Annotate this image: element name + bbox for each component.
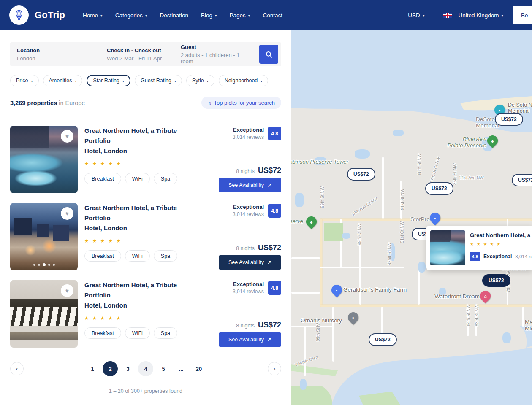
sort-button[interactable]: ↑↓Top picks for your search [201,97,281,109]
favorite-heart-icon[interactable]: ♥ [61,207,73,220]
tag-wifi: WiFi [125,173,150,184]
location-label: Location [17,47,95,54]
price: US$72 [258,166,281,175]
filter-price[interactable]: Price▾ [10,75,39,86]
prev-page-button[interactable]: ‹ [10,362,24,375]
chevron-down-icon: ▾ [261,79,262,83]
filter-style[interactable]: Sytle▾ [186,75,214,86]
filter-guest-rating[interactable]: Guest Rating▾ [135,75,182,86]
tree-pin[interactable]: ♠ [485,133,500,148]
price-row: 8 nights US$72 [236,321,281,329]
chevron-down-icon: ▾ [145,14,147,18]
become-expert-button[interactable]: Be [513,6,532,24]
hotel-card[interactable]: ♥ Great Northern Hotel, a Tribute Portfo… [10,126,281,193]
favorite-heart-icon[interactable]: ♥ [61,130,73,143]
tree-pin[interactable]: ♠ [304,214,319,229]
map-price-pin[interactable]: US$72 [512,174,532,186]
hotel-card[interactable]: ♥ Great Northern Hotel, a Tribute Portfo… [10,203,281,270]
chevron-down-icon: ▾ [31,79,33,83]
rating-block: Exceptional 3,014 reviews 4.8 [233,127,281,140]
hotel-title[interactable]: Great Northern Hotel, a Tribute Portfoli… [84,203,190,233]
poi-pin[interactable]: ▪ [346,310,361,325]
map-price-pin[interactable]: US$72 [347,168,375,181]
nav-item-blog[interactable]: Blog▾ [201,12,217,19]
currency-selector[interactable]: USD▾ [408,12,424,19]
favorite-heart-icon[interactable]: ♥ [61,284,73,297]
map-label: MartMidd [525,319,532,332]
nav-right: USD▾ United Kingdom▾ Be [408,0,532,30]
hotel-photo[interactable]: ♥ [10,203,78,270]
map-price-pin[interactable]: US$72 [369,333,397,346]
cart-pin[interactable]: ▪ [329,283,344,297]
rating-label: Exceptional [233,281,264,287]
shop-pin[interactable]: ▪ [428,211,442,225]
nav-item-contact[interactable]: Contact [263,12,282,19]
next-page-button[interactable]: › [268,362,281,375]
hotel-photo[interactable]: ♥ [10,280,78,348]
filter-star-rating[interactable]: Star Rating▾ [87,75,130,86]
tag-breakfast: Breakfast [84,173,121,184]
map-price-pin[interactable]: US$72 [425,182,453,195]
page-1[interactable]: 1 [85,361,100,376]
brand-logo[interactable]: GoTrip [9,5,65,25]
map-pond [502,332,511,343]
tag-breakfast: Breakfast [84,327,121,339]
hotel-card[interactable]: ♥ Great Northern Hotel, a Tribute Portfo… [10,280,281,348]
see-availability-button[interactable]: See Availability↗ [219,255,281,270]
location-field[interactable]: Location London [10,47,98,62]
map-price-pin[interactable]: US$72 [482,274,510,287]
nav-item-home[interactable]: Home▾ [83,12,103,19]
chevron-down-icon: ▾ [423,14,425,18]
map-price-pin[interactable]: US$72 [495,113,523,126]
rating-label: Exceptional [233,127,264,133]
page-4[interactable]: 4 [138,361,153,376]
map-panel[interactable]: US$72US$72US$72US$72US$72US$72US$72▪♠♠▪▪… [291,30,532,405]
nav-item-destination[interactable]: Destination [160,12,188,19]
chevron-down-icon: ▾ [501,14,503,18]
arrow-up-right-icon: ↗ [267,337,271,343]
chevron-down-icon: ▾ [122,79,124,83]
filter-amenities[interactable]: Amenities▾ [43,75,83,86]
pagination: ‹ 1 2 3 4 5 ... 20 › [10,361,281,376]
map-park-area [324,223,343,241]
nights-label: 8 nights [236,323,255,329]
hotel-title[interactable]: Great Northern Hotel, a Tribute Portfoli… [84,126,190,156]
guest-field[interactable]: Guest 2 adults - 1 childeren - 1 room [172,44,254,65]
nav-item-categories[interactable]: Categories▾ [115,12,147,19]
popup-star-rating: ★ ★ ★ ★ ★ [470,242,501,246]
amenity-tags: Breakfast WiFi Spa [84,250,186,262]
bed-pin[interactable]: ⌂ [478,289,493,303]
see-availability-button[interactable]: See Availability↗ [219,178,281,192]
map-hotel-popup[interactable]: Great Northern Hotel, a Tr ★ ★ ★ ★ ★ 4.8… [426,226,532,270]
popup-score-badge: 4.8 [470,252,480,261]
divider [434,12,434,19]
map-label: 99th Ct NW [357,224,362,246]
filter-neighborhood[interactable]: Neighborhood▾ [219,75,269,86]
hotel-title[interactable]: Great Northern Hotel, a Tribute Portfoli… [84,280,190,310]
country-selector[interactable]: United Kingdom▾ [443,12,503,19]
filter-chips: Price▾ Amenities▾ Star Rating▾ Guest Rat… [10,75,281,86]
nights-label: 8 nights [236,168,255,174]
map-label: Waterfront Dream [416,293,480,300]
page-2-active[interactable]: 2 [103,361,118,376]
dates-field[interactable]: Check in - Check out Wed 2 Mar - Fri 11 … [98,47,172,62]
search-button[interactable] [259,45,278,64]
tag-spa: Spa [154,327,177,339]
hotel-card-body: Great Northern Hotel, a Tribute Portfoli… [78,126,281,193]
chevron-down-icon: ▾ [100,14,103,18]
map-label: 99th St NW [320,186,325,208]
results-summary: 1 – 20 of 300+ properties found [10,388,281,394]
page-20[interactable]: 20 [191,361,206,376]
search-icon [265,51,273,58]
page-3[interactable]: 3 [120,361,136,376]
hotel-photo[interactable]: ♥ [10,126,78,193]
popup-hotel-photo [430,230,465,265]
dates-label: Check in - Check out [107,47,168,54]
map-road [320,305,532,307]
page-5[interactable]: 5 [156,361,171,376]
carousel-dots[interactable] [10,264,78,267]
map-label: Geraldson's Family Farm [343,286,407,293]
nav-item-pages[interactable]: Pages▾ [230,12,250,19]
map-label: 92nd St NW [387,243,392,265]
see-availability-button[interactable]: See Availability↗ [219,332,281,347]
